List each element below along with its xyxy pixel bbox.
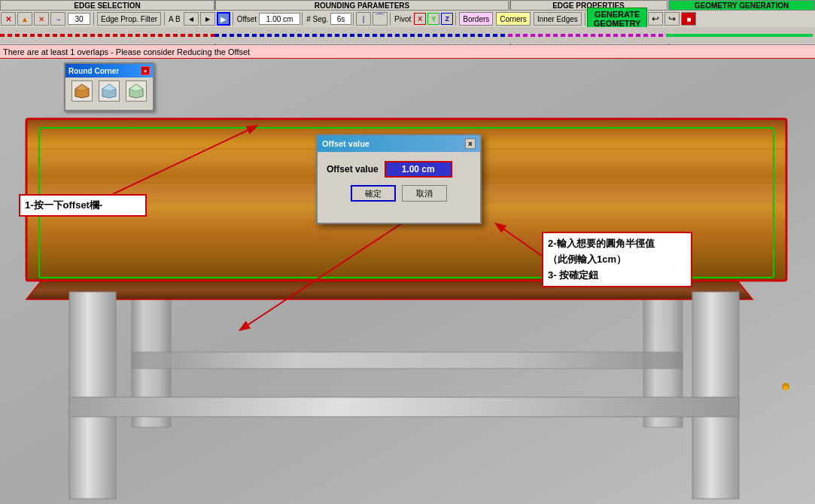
profile-curve-btn[interactable]: ⌒ [373, 12, 388, 26]
offset-value-row: Offset value [327, 161, 471, 178]
round-corner-title-text: Round Corner [68, 67, 119, 75]
table-svg [0, 59, 815, 504]
triangle-tool-btn[interactable]: ▲ [17, 12, 32, 26]
rc-icon-cube2[interactable] [99, 80, 120, 102]
redo-btn[interactable]: ↪ [664, 12, 680, 26]
check-tool-btn[interactable]: ✕ [1, 12, 16, 26]
section-rounding-params: ROUNDING PARAMETERS [215, 0, 509, 11]
ab-next-btn[interactable]: ▶ [200, 12, 215, 26]
sep2 [164, 12, 165, 26]
profile-flat-btn[interactable]: | [356, 12, 371, 26]
seg-input[interactable] [330, 13, 351, 25]
section-geometry-gen: GEOMETRY GENERATION [668, 0, 815, 11]
svg-rect-6 [692, 292, 739, 499]
sep4 [302, 12, 303, 26]
offset-dialog-title-bar[interactable]: Offset value × [318, 135, 480, 152]
offset-value-label: Offset value [327, 164, 379, 175]
inner-edges-btn[interactable]: Inner Edges [534, 12, 582, 26]
arrow-tool-btn[interactable]: → [50, 12, 65, 26]
round-corner-title-bar[interactable]: Round Corner × [65, 64, 153, 77]
annotation-2-line1: 2-輸入想要的圓角半徑值 [548, 238, 655, 249]
sep8 [585, 12, 585, 26]
round-corner-close-btn[interactable]: × [141, 66, 150, 75]
offset-dialog-title-text: Offset value [322, 139, 369, 148]
warning-text: There are at least 1 overlaps - Please c… [3, 47, 250, 56]
round-corner-panel: Round Corner × [64, 62, 154, 111]
rc-icon-cube1[interactable] [71, 80, 93, 102]
annotation-1-text: 1-按一下offset欄- [25, 199, 102, 211]
viewport: Round Corner × [0, 59, 815, 504]
svg-rect-3 [132, 352, 683, 369]
annotation-1: 1-按一下offset欄- [19, 194, 147, 217]
annotation-2-line2: （此例輸入1cm） [548, 254, 626, 265]
sep5 [353, 12, 354, 26]
sep1 [93, 12, 94, 26]
step-label [68, 13, 90, 25]
ab-prev-btn[interactable]: ◀ [184, 12, 199, 26]
section-geom-label: GEOMETRY GENERATION [695, 2, 789, 10]
undo-btn[interactable]: ↩ [648, 12, 663, 26]
offset-dialog: Offset value × Offset value 確定 取消 [316, 134, 482, 224]
pivot-x-btn[interactable]: X [414, 13, 426, 25]
sep3 [233, 12, 233, 26]
step-input[interactable] [68, 13, 90, 25]
generate-label: GENERATE [595, 10, 640, 19]
svg-point-19 [783, 386, 788, 390]
offset-label: Offset [237, 15, 257, 23]
cross-tool-btn[interactable]: ✕ [34, 12, 49, 26]
offset-dialog-body: Offset value 確定 取消 [318, 152, 480, 211]
ab-label: A B [169, 15, 181, 23]
annotation-2: 2-輸入想要的圓角半徑值 （此例輸入1cm） 3- 按確定鈕 [542, 232, 692, 287]
section-edge-selection: EDGE SELECTION [0, 0, 214, 11]
round-corner-icons-container [65, 77, 153, 105]
corners-btn[interactable]: Corners [496, 12, 531, 26]
offset-cancel-btn[interactable]: 取消 [402, 185, 447, 202]
offset-value-input[interactable] [385, 161, 452, 178]
svg-rect-5 [69, 292, 116, 499]
annotation-2-line3: 3- 按確定鈕 [548, 269, 598, 281]
warning-bar: There are at least 1 overlaps - Please c… [0, 45, 815, 59]
offset-dialog-close-btn[interactable]: × [465, 138, 476, 149]
svg-rect-7 [69, 397, 739, 417]
borders-btn[interactable]: Borders [459, 12, 493, 26]
section-edge-label: EDGE SELECTION [74, 2, 140, 10]
pivot-z-btn[interactable]: Z [441, 13, 453, 25]
sep7 [455, 12, 456, 26]
sep6 [390, 12, 391, 26]
rc-icon-cube3[interactable] [126, 80, 147, 102]
ab-mode-btn[interactable]: ▶ [217, 12, 230, 26]
pivot-y-btn[interactable]: Y [427, 13, 439, 25]
pivot-label: Pivot [394, 15, 411, 23]
edge-prop-filter-btn[interactable]: Edge Prop. Filter [97, 12, 161, 26]
section-round-label: ROUNDING PARAMETERS [315, 2, 409, 10]
offset-input[interactable] [259, 13, 300, 25]
seg-label: # Seg. [306, 15, 328, 23]
offset-dialog-buttons: 確定 取消 [327, 185, 471, 202]
stop-btn[interactable]: ■ [681, 12, 696, 26]
offset-confirm-btn[interactable]: 確定 [351, 185, 396, 202]
